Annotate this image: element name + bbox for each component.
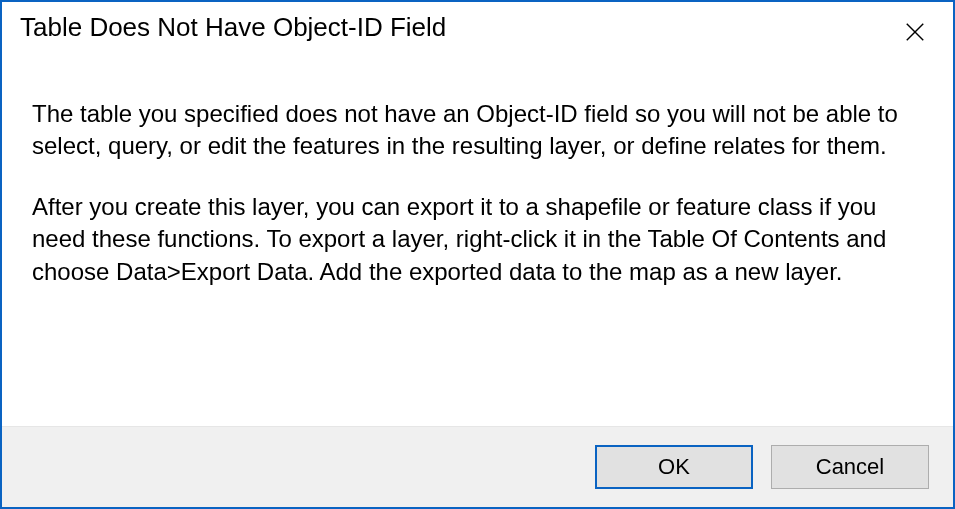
object-id-warning-dialog: Table Does Not Have Object-ID Field The … — [0, 0, 955, 509]
dialog-body: The table you specified does not have an… — [2, 50, 953, 426]
dialog-title: Table Does Not Have Object-ID Field — [20, 12, 446, 43]
cancel-button[interactable]: Cancel — [771, 445, 929, 489]
close-icon — [904, 21, 926, 43]
message-paragraph-1: The table you specified does not have an… — [32, 98, 923, 163]
ok-button[interactable]: OK — [595, 445, 753, 489]
message-paragraph-2: After you create this layer, you can exp… — [32, 191, 923, 288]
dialog-footer: OK Cancel — [2, 426, 953, 507]
titlebar: Table Does Not Have Object-ID Field — [2, 2, 953, 50]
close-button[interactable] — [895, 14, 935, 50]
